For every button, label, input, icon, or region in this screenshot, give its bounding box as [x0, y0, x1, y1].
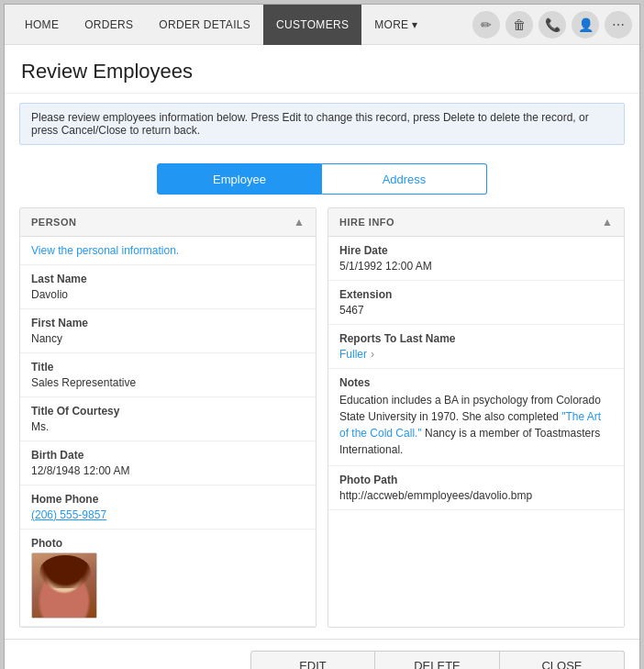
delete-icon[interactable]: 🗑 [505, 11, 533, 39]
field-title-value: Sales Representative [31, 376, 305, 389]
hire-panel: HIRE INFO ▲ Hire Date 5/1/1992 12:00 AM … [328, 207, 625, 628]
page-title: Review Employees [21, 60, 623, 84]
field-home-phone-label: Home Phone [31, 493, 305, 506]
main-content: PERSON ▲ View the personal information. … [5, 207, 639, 628]
app-container: HOME ORDERS ORDER DETAILS CUSTOMERS MORE… [4, 4, 640, 669]
person-panel-title: PERSON [31, 217, 76, 228]
field-notes-label: Notes [339, 376, 613, 389]
field-reports-to-value[interactable]: Fuller [339, 348, 367, 361]
footer-buttons: EDIT DELETE CLOSE [5, 639, 639, 669]
edit-icon[interactable]: ✏ [472, 11, 500, 39]
notes-highlight: "The Art of the Cold Call." [339, 410, 601, 440]
chevron-right-icon: › [371, 348, 374, 361]
tab-bar: Employee Address [19, 163, 625, 195]
field-first-name: First Name Nancy [20, 309, 316, 353]
tab-address[interactable]: Address [322, 163, 487, 195]
field-extension: Extension 5467 [328, 281, 624, 325]
field-title-label: Title [31, 361, 305, 374]
field-extension-value: 5467 [339, 304, 613, 317]
photo-image [31, 552, 97, 619]
field-notes: Notes Education includes a BA in psychol… [328, 369, 624, 466]
nav-orders[interactable]: ORDERS [72, 5, 146, 45]
field-birth-date: Birth Date 12/8/1948 12:00 AM [20, 441, 316, 485]
phone-icon[interactable]: 📞 [539, 11, 566, 39]
field-hire-date-value: 5/1/1992 12:00 AM [339, 260, 613, 273]
user-icon[interactable]: 👤 [572, 11, 599, 39]
field-extension-label: Extension [339, 288, 613, 301]
field-birth-date-label: Birth Date [31, 449, 305, 462]
field-title-courtesy: Title Of Courtesy Ms. [20, 397, 316, 441]
field-reports-to: Reports To Last Name Fuller › [328, 325, 624, 369]
field-photo-label: Photo [31, 537, 305, 550]
person-panel: PERSON ▲ View the personal information. … [19, 207, 316, 628]
field-reports-to-label: Reports To Last Name [339, 332, 613, 345]
field-title: Title Sales Representative [20, 353, 316, 397]
field-home-phone: Home Phone (206) 555-9857 [20, 485, 316, 530]
nav-icons: ✏ 🗑 📞 👤 ⋯ [472, 11, 632, 39]
field-first-name-label: First Name [31, 317, 305, 329]
nav-more[interactable]: MORE ▾ [361, 5, 430, 45]
person-collapse-icon[interactable]: ▲ [294, 216, 305, 229]
field-first-name-value: Nancy [31, 332, 305, 345]
tab-employee[interactable]: Employee [157, 163, 322, 195]
field-birth-date-value: 12/8/1948 12:00 AM [31, 464, 305, 477]
person-panel-header: PERSON ▲ [20, 208, 316, 237]
field-title-courtesy-label: Title Of Courtesy [31, 405, 305, 418]
more-options-icon[interactable]: ⋯ [605, 11, 632, 39]
field-title-courtesy-value: Ms. [31, 420, 305, 433]
top-nav: HOME ORDERS ORDER DETAILS CUSTOMERS MORE… [5, 5, 639, 45]
field-photo-path-label: Photo Path [339, 474, 613, 486]
field-home-phone-value[interactable]: (206) 555-9857 [31, 508, 305, 521]
field-photo: Photo [20, 530, 316, 627]
field-photo-path: Photo Path http://accweb/emmployees/davo… [328, 466, 624, 510]
nav-home[interactable]: HOME [12, 5, 72, 45]
field-last-name-value: Davolio [31, 288, 305, 301]
field-notes-value: Education includes a BA in psychology fr… [339, 392, 613, 458]
hire-panel-header: HIRE INFO ▲ [328, 208, 624, 237]
field-hire-date: Hire Date 5/1/1992 12:00 AM [328, 237, 624, 281]
field-hire-date-label: Hire Date [339, 244, 613, 257]
nav-order-details[interactable]: ORDER DETAILS [146, 5, 263, 45]
field-photo-path-value: http://accweb/emmployees/davolio.bmp [339, 489, 613, 502]
photo-face [32, 553, 96, 618]
hire-collapse-icon[interactable]: ▲ [602, 216, 613, 229]
info-banner: Please review employees information belo… [19, 103, 625, 145]
close-button[interactable]: CLOSE [500, 651, 625, 669]
hire-panel-title: HIRE INFO [339, 217, 394, 228]
edit-button[interactable]: EDIT [250, 651, 375, 669]
field-last-name: Last Name Davolio [20, 265, 316, 309]
reports-to-row: Fuller › [339, 348, 613, 361]
field-last-name-label: Last Name [31, 273, 305, 285]
page-title-area: Review Employees [5, 45, 639, 94]
photo-hair [39, 555, 91, 588]
delete-button[interactable]: DELETE [375, 651, 500, 669]
nav-customers[interactable]: CUSTOMERS [263, 5, 361, 45]
person-subtext: View the personal information. [20, 237, 316, 265]
